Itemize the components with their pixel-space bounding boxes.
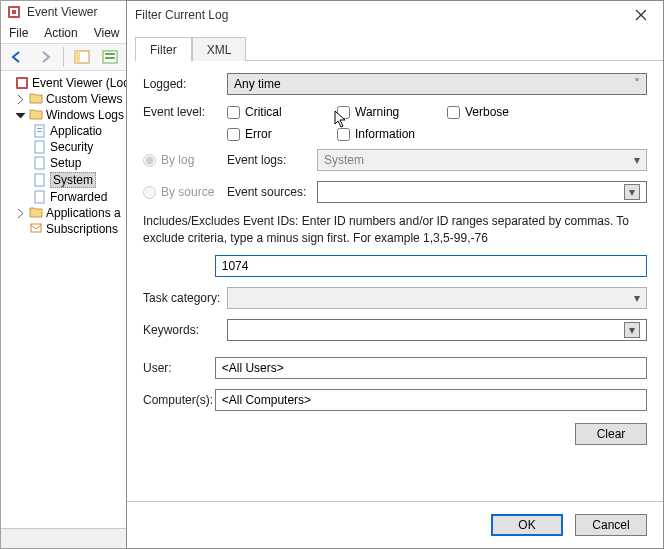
- svg-rect-4: [75, 51, 80, 63]
- svg-rect-17: [35, 174, 44, 186]
- chevron-down-icon: ˅: [624, 77, 640, 91]
- tab-row: Filter XML: [135, 35, 663, 61]
- event-sources-dropdown[interactable]: ▾: [317, 181, 647, 203]
- by-source-radio: By source: [143, 185, 227, 199]
- tree-security[interactable]: Security: [33, 139, 133, 155]
- logged-dropdown[interactable]: Any time ˅: [227, 73, 647, 95]
- log-icon: [33, 156, 47, 170]
- tab-filter[interactable]: Filter: [135, 37, 192, 61]
- dropdown-arrow-icon: ▾: [624, 291, 640, 305]
- svg-rect-18: [35, 191, 44, 203]
- tree-root[interactable]: Event Viewer (Loc: [15, 75, 133, 91]
- folder-icon: [29, 206, 43, 220]
- dropdown-arrow-icon: ▾: [624, 184, 640, 200]
- tree-custom-views[interactable]: Custom Views: [15, 91, 133, 107]
- computers-input[interactable]: [215, 389, 647, 411]
- computers-label: Computer(s):: [143, 393, 215, 407]
- expand-icon[interactable]: [15, 208, 26, 219]
- task-category-label: Task category:: [143, 291, 227, 305]
- clear-button[interactable]: Clear: [575, 423, 647, 445]
- dropdown-arrow-icon: ▾: [624, 322, 640, 338]
- menu-view[interactable]: View: [94, 26, 120, 40]
- svg-rect-2: [12, 10, 16, 14]
- dropdown-arrow-icon: ▾: [624, 153, 640, 167]
- tree-applications-services[interactable]: Applications a: [15, 205, 133, 221]
- event-sources-label: Event sources:: [227, 185, 317, 199]
- log-icon: [33, 173, 47, 187]
- log-icon: [33, 140, 47, 154]
- menu-action[interactable]: Action: [44, 26, 77, 40]
- filter-dialog: Filter Current Log Filter XML Logged: An…: [126, 0, 664, 549]
- event-level-label: Event level:: [143, 105, 227, 119]
- error-checkbox[interactable]: Error: [227, 127, 317, 141]
- event-logs-dropdown: System ▾: [317, 149, 647, 171]
- event-logs-label: Event logs:: [227, 153, 317, 167]
- tree-system[interactable]: System: [33, 171, 133, 189]
- information-checkbox[interactable]: Information: [337, 127, 447, 141]
- back-button[interactable]: [5, 46, 29, 68]
- task-category-dropdown: ▾: [227, 287, 647, 309]
- warning-checkbox[interactable]: Warning: [337, 105, 427, 119]
- folder-icon: [29, 108, 43, 122]
- tree-forwarded[interactable]: Forwarded: [33, 189, 133, 205]
- dialog-title: Filter Current Log: [135, 8, 228, 22]
- menu-file[interactable]: File: [9, 26, 28, 40]
- tree-pane[interactable]: Event Viewer (Loc Custom Views Windows L…: [1, 71, 136, 548]
- subscription-icon: [29, 222, 43, 236]
- logged-label: Logged:: [143, 77, 227, 91]
- collapse-icon[interactable]: [15, 110, 26, 121]
- svg-rect-15: [35, 141, 44, 153]
- show-tree-button[interactable]: [70, 46, 94, 68]
- properties-button[interactable]: [98, 46, 122, 68]
- dialog-footer: OK Cancel: [127, 501, 663, 548]
- user-input[interactable]: [215, 357, 647, 379]
- svg-rect-11: [18, 79, 26, 87]
- close-button[interactable]: [627, 5, 655, 25]
- app-icon: [7, 5, 21, 19]
- separator: [63, 47, 64, 67]
- event-id-input[interactable]: [215, 255, 647, 277]
- svg-rect-7: [105, 57, 115, 59]
- tab-xml[interactable]: XML: [192, 37, 247, 61]
- tree-application[interactable]: Applicatio: [33, 123, 133, 139]
- dialog-title-bar: Filter Current Log: [127, 1, 663, 29]
- cancel-button[interactable]: Cancel: [575, 514, 647, 536]
- ok-button[interactable]: OK: [491, 514, 563, 536]
- critical-checkbox[interactable]: Critical: [227, 105, 317, 119]
- keywords-dropdown[interactable]: ▾: [227, 319, 647, 341]
- keywords-label: Keywords:: [143, 323, 227, 337]
- main-title: Event Viewer: [27, 5, 97, 19]
- user-label: User:: [143, 361, 215, 375]
- by-log-radio: By log: [143, 153, 227, 167]
- log-icon: [33, 124, 47, 138]
- tree-setup[interactable]: Setup: [33, 155, 133, 171]
- svg-rect-13: [37, 128, 42, 129]
- folder-icon: [29, 92, 43, 106]
- tree-windows-logs[interactable]: Windows Logs: [15, 107, 133, 123]
- app-icon: [15, 76, 29, 90]
- svg-rect-19: [31, 224, 41, 232]
- expand-icon[interactable]: [15, 94, 26, 105]
- forward-button[interactable]: [33, 46, 57, 68]
- log-icon: [33, 190, 47, 204]
- event-id-help: Includes/Excludes Event IDs: Enter ID nu…: [143, 213, 647, 247]
- verbose-checkbox[interactable]: Verbose: [447, 105, 557, 119]
- svg-rect-14: [37, 131, 42, 132]
- svg-rect-6: [105, 53, 115, 55]
- tree-subscriptions[interactable]: Subscriptions: [15, 221, 133, 237]
- svg-rect-16: [35, 157, 44, 169]
